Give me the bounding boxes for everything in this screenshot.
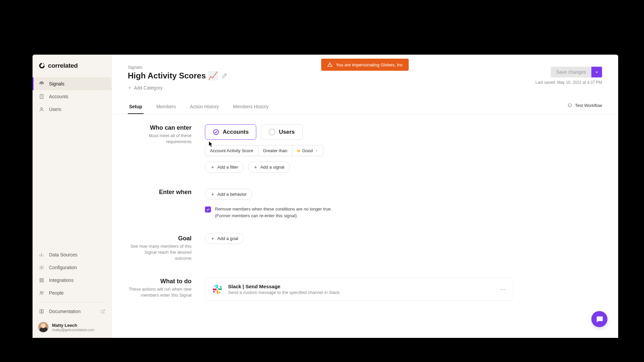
chevron-down-icon [315,149,318,153]
svg-point-6 [41,267,42,268]
slack-icon [212,284,223,295]
add-category-button[interactable]: Add Category [128,85,227,90]
plus-icon [211,192,215,196]
svg-point-3 [41,83,42,84]
svg-rect-16 [217,290,218,294]
sidebar: correlated Signals Accounts Users [33,55,112,338]
sidebar-item-data-sources[interactable]: Data Sources [33,248,111,261]
test-workflow-button[interactable]: Test Workflow [567,103,602,111]
brand-logo[interactable]: correlated [33,55,111,77]
last-saved: Last saved: May 10, 2022 at 4:37 PM [535,80,602,85]
breadcrumb[interactable]: Signals [128,65,227,70]
svg-rect-14 [216,285,218,289]
svg-point-11 [40,291,42,293]
sidebar-item-label: People [49,290,64,296]
action-subtitle: Send a custom message to the specified c… [228,290,494,295]
section-title: Who can enter [128,124,192,131]
section-title: Goal [128,235,192,242]
plus-icon [211,165,215,169]
plus-icon [128,86,132,90]
entity-toggle-accounts[interactable]: Accounts [205,124,256,140]
gear-icon [39,264,45,270]
svg-rect-9 [40,281,41,282]
tabs-row: Setup Members Action History Members His… [112,100,618,114]
save-dropdown-button[interactable] [591,67,602,77]
svg-rect-10 [42,281,43,282]
svg-point-19 [220,286,222,288]
sidebar-item-documentation[interactable]: Documentation [33,305,111,318]
sidebar-nav: Signals Accounts Users Data S [33,77,111,338]
sidebar-item-users[interactable]: Users [33,103,111,116]
user-icon [39,106,45,112]
signals-icon [39,81,45,87]
action-more-button[interactable]: ⋯ [500,286,506,293]
svg-rect-7 [40,279,41,280]
section-goal: Goal See how many members of this Signal… [128,235,602,262]
filter-field[interactable]: Account Activity Score [205,145,258,156]
user-email: matty@getcorrelated.com [52,328,94,332]
brand-name: correlated [48,62,78,69]
tab-action-history[interactable]: Action History [189,100,220,114]
add-filter-button[interactable]: Add a filter [205,162,244,173]
sidebar-item-integrations[interactable]: Integrations [33,274,111,287]
add-behavior-button[interactable]: Add a behavior [205,189,252,200]
sidebar-item-label: Accounts [49,94,68,99]
plus-icon [211,237,215,241]
edit-title-button[interactable] [221,73,227,79]
filter-condition: Account Activity Score Greater than Good [205,145,323,156]
add-signal-button[interactable]: Add a signal [248,162,290,173]
external-link-icon [101,309,105,314]
section-subtitle: See how many members of this Signal reac… [128,243,192,262]
sidebar-item-signals[interactable]: Signals [33,77,111,90]
bars-icon [39,252,45,258]
radio-icon [269,129,275,135]
status-dot-icon [297,149,300,152]
page-title: High Activity Scores 📈 [128,71,218,80]
filter-value[interactable]: Good [292,145,323,156]
action-card-slack[interactable]: Slack | Send Message Send a custom messa… [205,278,514,301]
svg-point-0 [44,64,44,64]
tab-setup[interactable]: Setup [128,100,144,114]
filter-operator[interactable]: Greater than [258,145,292,156]
logo-icon [39,62,45,69]
content: Who can enter Must meet all of these req… [112,114,618,338]
save-button[interactable]: Save changes [551,67,591,77]
impersonation-banner[interactable]: You are impersonating Globex, Inc [321,59,409,71]
svg-point-12 [42,292,43,293]
book-icon [39,308,45,314]
tabs: Setup Members Action History Members His… [128,100,270,114]
sidebar-bottom: Data Sources Configuration Integrations [33,248,111,338]
svg-rect-17 [213,289,217,290]
svg-rect-8 [42,279,43,280]
remove-members-checkbox[interactable] [205,206,211,213]
chat-fab[interactable] [591,311,607,327]
checkbox-label: Remove members when these conditions are… [215,206,332,219]
user-name: Matty Leech [52,323,94,328]
people-icon [39,290,45,296]
svg-point-5 [41,108,42,109]
sidebar-item-label: Documentation [49,309,80,314]
checkmark-icon [206,207,210,212]
sidebar-item-label: Data Sources [49,252,77,257]
user-block[interactable]: Matty Leech matty@getcorrelated.com [33,318,111,338]
svg-point-2 [43,63,44,64]
tab-members[interactable]: Members [155,100,177,114]
sidebar-item-label: Integrations [49,278,73,283]
add-goal-button[interactable]: Add a goal [205,233,244,244]
sidebar-item-accounts[interactable]: Accounts [33,90,111,103]
avatar [38,322,49,333]
action-title: Slack | Send Message [228,284,494,289]
section-what-to-do: What to do These actions will run when n… [128,278,602,301]
sidebar-item-people[interactable]: People [33,287,111,299]
section-who-can-enter: Who can enter Must meet all of these req… [128,124,602,173]
sidebar-item-label: Signals [49,81,64,86]
building-icon [39,94,45,100]
main: You are impersonating Globex, Inc Signal… [112,55,618,338]
chevron-down-icon [595,70,599,74]
svg-rect-4 [40,95,43,99]
section-subtitle: Must meet all of these requirements [128,133,192,145]
entity-toggle-users[interactable]: Users [261,124,302,140]
check-circle-icon [213,129,219,135]
tab-members-history[interactable]: Members History [232,100,270,114]
sidebar-item-configuration[interactable]: Configuration [33,261,111,274]
